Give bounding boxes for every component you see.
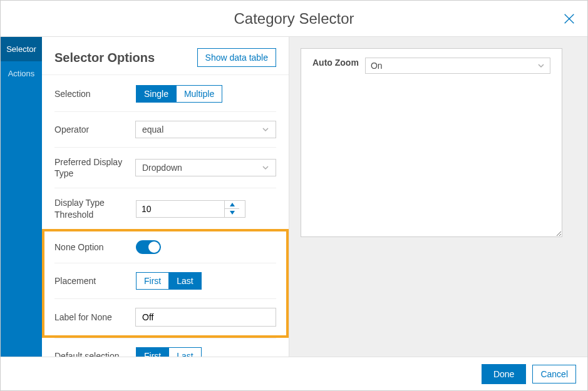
sidebar-item-label: Selector	[6, 44, 36, 54]
chevron-down-icon	[230, 211, 235, 215]
sidebar-item-actions[interactable]: Actions	[1, 61, 42, 86]
selection-multiple-button[interactable]: Multiple	[177, 85, 222, 103]
preview-panel: Auto Zoom On	[289, 37, 587, 357]
chevron-up-icon	[230, 203, 235, 206]
placement-first-button[interactable]: First	[136, 272, 169, 290]
operator-value: equal	[142, 124, 163, 135]
show-data-table-button[interactable]: Show data table	[197, 48, 276, 67]
option-control	[136, 240, 276, 254]
placement-last-button[interactable]: Last	[169, 272, 201, 290]
option-control: Dropdown	[135, 159, 276, 176]
option-row-threshold: Display Type Threshold	[54, 188, 276, 228]
dialog-title: Category Selector	[234, 10, 354, 28]
option-label: Operator	[54, 124, 135, 135]
svg-marker-3	[230, 211, 235, 215]
sidebar-item-label: Actions	[8, 69, 35, 78]
preview-box[interactable]: Auto Zoom On	[301, 48, 562, 237]
preview-select-value: On	[371, 61, 383, 71]
dialog-body: Selector Actions Selector Options Show d…	[1, 37, 587, 357]
option-row-none-option: None Option	[54, 231, 276, 263]
dialog-footer: Done Cancel	[1, 357, 587, 390]
highlight-section: None Option Placement Firs	[42, 229, 289, 338]
main-area: Selector Options Show data table Selecti…	[42, 37, 587, 357]
display-type-value: Dropdown	[142, 163, 182, 173]
options-panel: Selector Options Show data table Selecti…	[42, 37, 289, 357]
close-button[interactable]	[562, 12, 576, 28]
option-row-default-selection: Default selection First Last	[54, 338, 276, 357]
option-control	[135, 308, 276, 327]
option-row-operator: Operator equal	[54, 111, 276, 147]
threshold-input[interactable]	[137, 201, 224, 217]
chevron-down-icon	[262, 126, 269, 133]
sidebar-item-selector[interactable]: Selector	[1, 37, 42, 61]
option-label: Selection	[54, 88, 136, 99]
default-selection-toggle-group: First Last	[136, 347, 202, 357]
options-panel-title: Selector Options	[54, 51, 155, 65]
option-control	[136, 200, 276, 218]
option-control: First Last	[136, 272, 276, 290]
option-control: First Last	[136, 347, 276, 357]
default-first-button[interactable]: First	[136, 347, 169, 357]
option-label: Label for None	[54, 312, 135, 323]
option-row-placement: Placement First Last	[54, 263, 276, 298]
options-panel-header: Selector Options Show data table	[42, 37, 289, 74]
option-label: Placement	[54, 275, 136, 287]
sidebar: Selector Actions	[1, 37, 42, 357]
option-label: Display Type Threshold	[54, 197, 136, 220]
chevron-down-icon	[262, 164, 269, 171]
operator-select[interactable]: equal	[135, 121, 276, 138]
svg-marker-2	[230, 203, 235, 206]
option-label: Default selection	[54, 350, 136, 357]
placement-toggle-group: First Last	[136, 272, 202, 290]
display-type-select[interactable]: Dropdown	[135, 159, 276, 176]
option-label: None Option	[54, 241, 136, 253]
preview-label: Auto Zoom	[312, 58, 359, 68]
dialog-header: Category Selector	[1, 1, 587, 37]
option-row-selection: Selection Single Multiple	[54, 75, 276, 111]
done-button[interactable]: Done	[482, 364, 526, 384]
chevron-down-icon	[537, 62, 545, 69]
close-icon	[562, 12, 576, 26]
stepper-down-button[interactable]	[225, 209, 239, 217]
option-row-label-for-none: Label for None	[54, 298, 276, 335]
default-last-button[interactable]: Last	[169, 347, 201, 357]
none-option-toggle[interactable]	[136, 240, 161, 254]
cancel-button[interactable]: Cancel	[532, 365, 576, 383]
option-row-display-type: Preferred Display Type Dropdown	[54, 147, 276, 188]
stepper-buttons	[224, 201, 239, 217]
selection-single-button[interactable]: Single	[136, 85, 177, 103]
toggle-knob	[148, 241, 160, 253]
preview-select[interactable]: On	[365, 58, 550, 74]
option-control: equal	[135, 121, 276, 138]
threshold-stepper	[136, 200, 245, 218]
label-for-none-input[interactable]	[135, 308, 276, 327]
selection-toggle-group: Single Multiple	[136, 85, 222, 103]
options-scroll[interactable]: Selection Single Multiple Operator	[42, 74, 289, 357]
option-control: Single Multiple	[136, 85, 276, 103]
stepper-up-button[interactable]	[225, 201, 239, 210]
dialog: Category Selector Selector Actions Selec…	[0, 0, 588, 391]
option-label: Preferred Display Type	[54, 156, 135, 179]
